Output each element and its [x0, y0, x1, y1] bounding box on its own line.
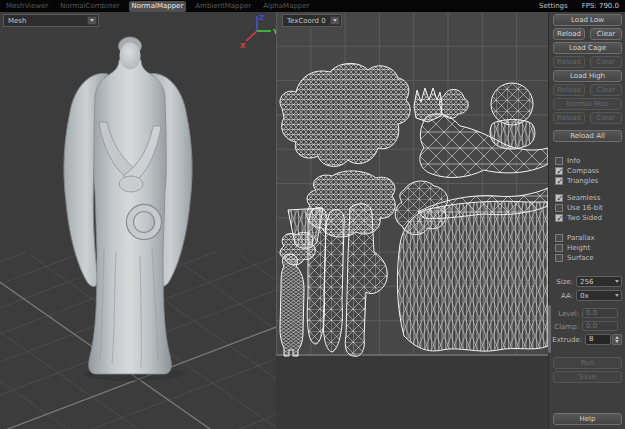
dropdown-arrow-icon[interactable]	[330, 16, 340, 25]
triangles-checkbox[interactable]	[555, 177, 563, 185]
checkbox-row-seamless[interactable]: Seamless	[555, 193, 600, 202]
checkbox-row-compass[interactable]: Compass	[555, 166, 599, 175]
checkbox-row-height[interactable]: Height	[555, 243, 590, 252]
load-high-button[interactable]: Load High	[553, 70, 622, 82]
parallax-label: Parallax	[567, 234, 595, 242]
reload-cage-button[interactable]: Reload	[553, 56, 585, 68]
tab-meshviewer[interactable]: MeshViewer	[3, 1, 51, 12]
viewport-3d[interactable]: Z Y X Mesh	[0, 12, 276, 429]
extrude-stepper[interactable]	[612, 334, 622, 345]
checkbox-row-surface[interactable]: Surface	[555, 253, 594, 262]
reload-all-button[interactable]: Reload All	[553, 130, 622, 142]
uv-scene	[276, 12, 548, 429]
statue-head	[120, 43, 141, 70]
run-button[interactable]: Run	[553, 357, 622, 369]
texcoord-selector-value: TexCoord 0	[283, 17, 326, 25]
size-value: 256	[577, 278, 593, 286]
checkbox-row-parallax[interactable]: Parallax	[555, 233, 595, 242]
normal-map-button[interactable]: Normal Map	[553, 98, 622, 110]
checkbox-row-use16bit[interactable]: Use 16-bit	[555, 203, 603, 212]
surface-checkbox[interactable]	[555, 254, 563, 262]
clamp-label: Clamp:	[549, 323, 579, 331]
reload-low-button[interactable]: Reload	[553, 28, 585, 40]
mesh-selector[interactable]: Mesh	[3, 14, 99, 27]
load-low-button[interactable]: Load Low	[553, 14, 622, 26]
size-label: Size:	[549, 278, 573, 286]
aa-value: 0x	[577, 292, 589, 300]
dropdown-arrow-icon[interactable]	[87, 16, 97, 25]
info-checkbox[interactable]	[555, 157, 563, 165]
tab-bar: MeshViewer NormalCombiner NormalMapper A…	[0, 0, 625, 12]
reload-high-button[interactable]: Reload	[553, 84, 585, 96]
app-window: MeshViewer NormalCombiner NormalMapper A…	[0, 0, 625, 429]
two-sided-label: Two Sided	[567, 214, 602, 222]
clear-high-button[interactable]: Clear	[590, 84, 622, 96]
use-16bit-checkbox[interactable]	[555, 204, 563, 212]
use-16bit-label: Use 16-bit	[567, 204, 603, 212]
uv-viewport[interactable]: TexCoord 0	[276, 12, 548, 429]
fps-counter: FPS: 790.0	[582, 2, 619, 10]
extrude-input[interactable]: 8	[585, 334, 611, 345]
seamless-checkbox[interactable]	[555, 194, 563, 202]
extrude-label: Extrude:	[549, 336, 582, 344]
tab-ambientmapper[interactable]: AmbientMapper	[192, 1, 254, 12]
uv-islands	[280, 63, 548, 356]
clear-map-button[interactable]: Clear	[590, 112, 622, 124]
load-cage-button[interactable]: Load Cage	[553, 42, 622, 54]
stepper-up-icon[interactable]	[615, 336, 619, 339]
checkbox-row-twosided[interactable]: Two Sided	[555, 213, 602, 222]
height-checkbox[interactable]	[555, 244, 563, 252]
uv-island-skirt	[397, 201, 548, 351]
axis-z-label: Z	[259, 14, 264, 22]
tab-alphamapper[interactable]: AlphaMapper	[260, 1, 312, 12]
parallax-checkbox[interactable]	[555, 234, 563, 242]
side-panel: Load Low Reload Clear Load Cage Reload C…	[548, 12, 625, 429]
level-input[interactable]: 0.0	[582, 308, 618, 318]
statue-hands	[119, 176, 143, 192]
help-button[interactable]: Help	[553, 413, 622, 425]
two-sided-checkbox[interactable]	[555, 214, 563, 222]
save-button[interactable]: Save	[553, 371, 622, 383]
aa-select[interactable]: 0x	[576, 290, 622, 301]
tab-normalcombiner[interactable]: NormalCombiner	[57, 1, 122, 12]
seamless-label: Seamless	[567, 194, 600, 202]
axis-x-label: X	[240, 42, 246, 50]
uv-island-legs-a	[307, 208, 344, 352]
stepper-down-icon[interactable]	[615, 340, 619, 343]
settings-button[interactable]: Settings	[539, 2, 568, 10]
clear-cage-button[interactable]: Clear	[590, 56, 622, 68]
checkbox-row-triangles[interactable]: Triangles	[555, 176, 598, 185]
clamp-input[interactable]: 0.0	[582, 321, 618, 331]
compass-label: Compass	[567, 167, 599, 175]
topbar-right: Settings FPS: 790.0	[539, 2, 625, 10]
surface-label: Surface	[567, 254, 594, 262]
reload-map-button[interactable]: Reload	[553, 112, 585, 124]
axis-gizmo: Z Y X	[240, 14, 276, 50]
triangles-label: Triangles	[567, 177, 598, 185]
size-select[interactable]: 256	[576, 276, 622, 287]
tab-strip: MeshViewer NormalCombiner NormalMapper A…	[0, 0, 313, 12]
3d-scene: Z Y X	[0, 12, 276, 429]
uv-island-head	[491, 83, 533, 125]
mesh-selector-value: Mesh	[4, 17, 26, 25]
tab-normalmapper[interactable]: NormalMapper	[129, 1, 187, 12]
clear-low-button[interactable]: Clear	[590, 28, 622, 40]
height-label: Height	[567, 244, 590, 252]
texcoord-selector[interactable]: TexCoord 0	[282, 14, 342, 27]
level-label: Level:	[549, 310, 579, 318]
info-label: Info	[567, 157, 580, 165]
compass-checkbox[interactable]	[555, 167, 563, 175]
aa-label: AA:	[549, 292, 573, 300]
checkbox-row-info[interactable]: Info	[555, 156, 580, 165]
